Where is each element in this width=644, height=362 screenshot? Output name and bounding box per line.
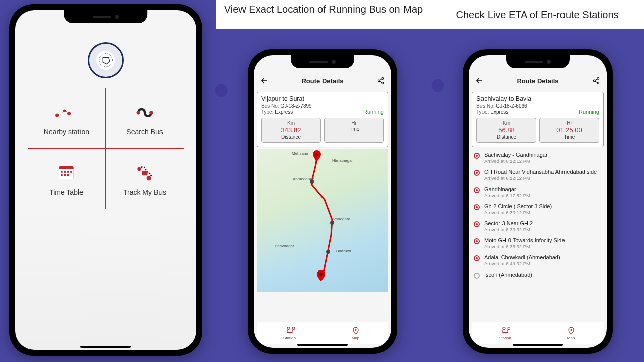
- station-row[interactable]: CH Road Near Vidhansabha Ahmedabad sideA…: [469, 166, 607, 184]
- km-stat: Km 343.82 Distance: [261, 118, 321, 143]
- map[interactable]: Mehsana Himatnagar Ahmedabad Vadodara Bh…: [257, 149, 388, 292]
- nav-map[interactable]: Map: [323, 322, 388, 344]
- station-row[interactable]: Moto GH-0 Towards Infocity SideArrived a…: [469, 235, 607, 252]
- menu-label: Track My Bus: [123, 188, 166, 196]
- origin-pin-icon: [313, 150, 321, 161]
- station-name: Sachivalay - Gandhinagar: [484, 152, 602, 158]
- share-icon[interactable]: [376, 76, 385, 85]
- svg-rect-11: [64, 174, 66, 176]
- svg-rect-7: [64, 171, 66, 173]
- station-status-icon: [474, 187, 480, 193]
- svg-rect-9: [70, 171, 72, 173]
- notch: [64, 10, 147, 23]
- menu-label: Search Bus: [126, 128, 163, 136]
- waypoint-marker: [330, 221, 334, 225]
- km-stat: Km 56.88 Distance: [476, 118, 536, 143]
- nav-station[interactable]: Station: [257, 322, 323, 344]
- bottom-nav: Station Map: [472, 322, 604, 344]
- back-icon[interactable]: [260, 76, 269, 85]
- station-status-icon: [474, 273, 480, 279]
- svg-point-16: [378, 80, 380, 82]
- home-indicator[interactable]: [513, 344, 563, 346]
- back-icon[interactable]: [475, 76, 484, 85]
- station-status-icon: [474, 204, 480, 210]
- svg-rect-10: [61, 174, 63, 176]
- menu-track-my-bus[interactable]: Track My Bus: [106, 149, 184, 209]
- station-row[interactable]: Sachivalay - GandhinagarArrived at 6:12:…: [469, 149, 607, 166]
- svg-point-18: [315, 153, 318, 156]
- header-title: Route Details: [517, 77, 558, 85]
- nav-map[interactable]: Map: [538, 322, 604, 344]
- header-title: Route Details: [301, 77, 343, 85]
- svg-point-2: [136, 111, 140, 114]
- home-indicator[interactable]: [297, 344, 348, 346]
- station-row[interactable]: Iscon (Ahmedabad): [469, 269, 607, 281]
- svg-point-0: [99, 54, 113, 67]
- notch: [506, 55, 570, 68]
- phone-home: Nearby station Search Bus Time Table Tra…: [9, 4, 202, 356]
- route-pins-icon: [55, 102, 77, 122]
- menu-search-bus[interactable]: Search Bus: [106, 88, 184, 149]
- station-time: Arrived at 6:33:12 PM: [484, 210, 602, 215]
- menu-nearby-station[interactable]: Nearby station: [28, 88, 106, 149]
- calendar-icon: [55, 162, 77, 182]
- nav-station[interactable]: Station: [472, 322, 538, 344]
- station-status-icon: [474, 153, 480, 159]
- phone-map: Route Details Vijapur to Surat Bus No: G…: [248, 49, 397, 354]
- caption-eta: Check Live ETA of En-route Stations: [431, 0, 644, 29]
- waypoint-marker: [326, 250, 330, 254]
- station-list[interactable]: Sachivalay - GandhinagarArrived at 6:12:…: [469, 149, 607, 281]
- station-row[interactable]: Sector-3 Near GH 2Arrived at 6:33:32 PM: [469, 218, 607, 235]
- menu-time-table[interactable]: Time Table: [28, 149, 106, 209]
- status-running: Running: [363, 109, 384, 115]
- svg-rect-12: [67, 174, 69, 176]
- route-card: Vijapur to Surat Bus No: GJ-18-Z-7899 Ty…: [257, 92, 388, 147]
- menu-label: Time Table: [49, 188, 84, 196]
- station-row[interactable]: Adalaj Chowkadi (Ahmedabad)Arrived at 6:…: [469, 252, 607, 269]
- station-time: Arrived at 6:12:12 PM: [484, 158, 602, 164]
- svg-point-1: [63, 109, 66, 112]
- station-name: CH Road Near Vidhansabha Ahmedabad side: [484, 169, 602, 175]
- phone-eta: Route Details Sachivalay to Bavla Bus No…: [463, 49, 613, 354]
- menu-label: Nearby station: [44, 128, 89, 136]
- route-loop-icon: [134, 102, 156, 122]
- share-icon[interactable]: [592, 76, 601, 85]
- station-row[interactable]: Gh-2 Circle ( Sector 3 Side)Arrived at 6…: [469, 201, 607, 218]
- notch: [291, 55, 354, 68]
- station-status-icon: [474, 255, 480, 261]
- station-time: Arrived at 6:35:32 PM: [484, 244, 602, 249]
- station-time: Arrived at 6:17:52 PM: [484, 193, 602, 198]
- track-bus-icon: [134, 162, 156, 182]
- svg-rect-6: [61, 171, 63, 173]
- destination-pin-icon: [317, 270, 325, 281]
- station-time: Arrived at 6:49:32 PM: [484, 261, 602, 266]
- svg-point-22: [593, 80, 595, 82]
- route-card: Sachivalay to Bavla Bus No: GJ-18-Z-6066…: [472, 92, 604, 147]
- app-logo: [88, 42, 124, 78]
- hr-stat: Hr 01:25:00 Time: [539, 118, 599, 143]
- svg-point-23: [597, 82, 599, 84]
- station-name: Sector-3 Near GH 2: [484, 220, 602, 226]
- station-status-icon: [474, 238, 480, 244]
- station-row[interactable]: GandhinagarArrived at 6:17:52 PM: [469, 184, 607, 201]
- status-running: Running: [579, 109, 599, 115]
- station-status-icon: [474, 221, 480, 227]
- bus-marker: [310, 179, 314, 184]
- svg-rect-5: [59, 169, 73, 179]
- bottom-nav: Station Map: [257, 322, 388, 344]
- station-time: Arrived at 6:33:32 PM: [484, 227, 602, 232]
- station-name: Gandhinagar: [484, 186, 602, 192]
- svg-rect-14: [142, 171, 147, 175]
- svg-point-17: [382, 82, 384, 84]
- svg-point-13: [137, 167, 141, 171]
- home-indicator[interactable]: [80, 346, 131, 348]
- hr-stat: Hr Time: [324, 118, 384, 143]
- route-name: Sachivalay to Bavla: [476, 95, 599, 102]
- svg-point-24: [570, 329, 572, 330]
- station-time: Arrived at 6:12:12 PM: [484, 175, 602, 181]
- station-name: Gh-2 Circle ( Sector 3 Side): [484, 203, 602, 209]
- station-name: Iscon (Ahmedabad): [484, 272, 602, 278]
- svg-point-19: [319, 273, 323, 276]
- caption-map: View Exact Location of Running Bus on Ma…: [216, 0, 431, 29]
- svg-point-3: [149, 111, 153, 114]
